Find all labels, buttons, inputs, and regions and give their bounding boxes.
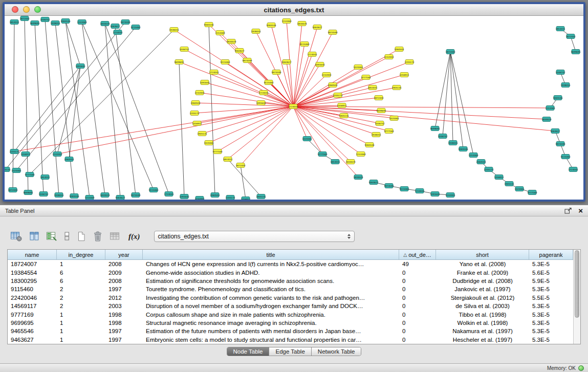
graph-node[interactable]: 2242004 bbox=[322, 73, 332, 77]
minimize-window-button[interactable] bbox=[23, 6, 30, 13]
graph-edge[interactable] bbox=[214, 72, 293, 106]
column-header-title[interactable]: title bbox=[143, 250, 399, 259]
graph-node[interactable]: 9777169 bbox=[384, 129, 394, 134]
tab-node-table[interactable]: Node Table bbox=[227, 347, 270, 356]
graph-node[interactable]: 1830029 bbox=[297, 21, 307, 26]
graph-node[interactable]: 1046742 bbox=[375, 121, 385, 126]
graph-node[interactable]: 9465546 bbox=[61, 19, 71, 24]
graph-edge[interactable] bbox=[241, 106, 293, 165]
import-table-icon[interactable] bbox=[110, 231, 121, 242]
graph-edge[interactable] bbox=[13, 22, 14, 190]
graph-node[interactable]: 2205174 bbox=[484, 167, 494, 172]
graph-node[interactable]: 9463627 bbox=[551, 129, 560, 134]
graph-edge[interactable] bbox=[293, 98, 379, 106]
graph-node[interactable]: 2060504 bbox=[328, 83, 338, 87]
graph-node[interactable]: 1091640 bbox=[315, 62, 325, 67]
graph-edge[interactable] bbox=[435, 52, 450, 128]
graph-edge[interactable] bbox=[293, 62, 409, 106]
graph-node[interactable]: 1153469 bbox=[85, 195, 95, 200]
graph-node[interactable]: 1046742 bbox=[39, 192, 49, 196]
graph-node[interactable]: 2205174 bbox=[226, 195, 235, 200]
graph-edge[interactable] bbox=[179, 62, 293, 106]
graph-edge[interactable] bbox=[241, 165, 246, 199]
graph-edge[interactable] bbox=[57, 66, 80, 154]
graph-node[interactable]: 1724045 bbox=[308, 52, 317, 57]
graph-node[interactable]: 1853031 bbox=[331, 160, 340, 164]
graph-node[interactable]: 9463627 bbox=[235, 49, 245, 53]
graph-node[interactable]: 9465546 bbox=[70, 194, 79, 199]
graph-node[interactable]: 9699695 bbox=[175, 60, 184, 64]
graph-node[interactable]: 2205174 bbox=[333, 93, 343, 98]
graph-node[interactable]: 1456911 bbox=[494, 175, 504, 180]
graph-node[interactable]: 1872400 bbox=[566, 34, 576, 39]
graph-node[interactable]: 2060504 bbox=[191, 101, 201, 105]
graph-node[interactable]: 1456911 bbox=[21, 152, 31, 157]
graph-node[interactable]: 1905135 bbox=[392, 85, 402, 90]
graph-edge[interactable] bbox=[57, 106, 293, 154]
graph-node[interactable]: 1456911 bbox=[192, 121, 202, 126]
graph-node[interactable]: 1153469 bbox=[469, 153, 478, 158]
graph-node[interactable]: 1153469 bbox=[546, 106, 555, 111]
graph-edge[interactable] bbox=[293, 27, 317, 106]
graph-node[interactable]: 9974599 bbox=[556, 142, 565, 146]
network-graph[interactable]: 1724045193845594655461153469183002994636… bbox=[5, 16, 583, 200]
graph-node[interactable]: 1046742 bbox=[438, 134, 448, 139]
graph-node[interactable]: 9777169 bbox=[528, 190, 537, 195]
graph-edge[interactable] bbox=[293, 106, 555, 131]
graph-node[interactable]: 1938455 bbox=[561, 83, 571, 87]
graph-node[interactable]: 1830029 bbox=[354, 175, 363, 180]
graph-node[interactable]: 1872400 bbox=[374, 96, 384, 100]
graph-node[interactable]: 1872400 bbox=[20, 16, 30, 21]
graph-node[interactable]: 9463627 bbox=[369, 180, 379, 185]
graph-edge[interactable] bbox=[16, 27, 136, 170]
column-header-pagerank[interactable]: pagerank bbox=[529, 250, 573, 259]
graph-node[interactable]: 1046742 bbox=[556, 70, 565, 75]
graph-node[interactable]: 1938455 bbox=[169, 28, 179, 32]
graph-edge[interactable] bbox=[228, 106, 293, 159]
close-window-button[interactable] bbox=[12, 6, 18, 13]
graph-node[interactable]: 1724045 bbox=[209, 70, 219, 75]
graph-node[interactable]: 1153469 bbox=[356, 152, 366, 157]
graph-node[interactable]: 1830029 bbox=[542, 117, 552, 122]
graph-node[interactable]: 1020465 bbox=[12, 168, 21, 173]
graph-node[interactable]: 2242004 bbox=[53, 152, 62, 157]
graph-node[interactable]: 1020465 bbox=[354, 65, 363, 70]
graph-node[interactable]: 1853031 bbox=[10, 20, 19, 25]
graph-node[interactable]: 9463627 bbox=[116, 195, 125, 200]
graph-node[interactable]: 9974599 bbox=[328, 30, 338, 35]
graph-node[interactable]: 9974599 bbox=[121, 20, 130, 25]
graph-edge[interactable] bbox=[25, 18, 28, 192]
graph-edge[interactable] bbox=[293, 32, 333, 106]
graph-node[interactable]: 1905135 bbox=[5, 167, 11, 172]
graph-edge[interactable] bbox=[450, 52, 453, 143]
graph-node[interactable]: 1830029 bbox=[100, 193, 110, 198]
graph-node[interactable]: 1830029 bbox=[227, 39, 236, 44]
graph-node[interactable]: 9115460 bbox=[561, 155, 571, 159]
graph-node[interactable]: 1456911 bbox=[337, 103, 347, 108]
graph-node[interactable]: 1872400 bbox=[8, 188, 18, 192]
graph-edge[interactable] bbox=[209, 106, 293, 143]
graph-node[interactable]: 1091640 bbox=[180, 194, 189, 199]
graph-node[interactable]: 9465546 bbox=[459, 147, 468, 151]
table-source-dropdown[interactable]: citations_edges.txt bbox=[154, 231, 355, 242]
graph-node[interactable]: 9974599 bbox=[384, 184, 394, 188]
graph-node[interactable]: 1153469 bbox=[282, 19, 292, 24]
graph-node[interactable]: 9777169 bbox=[318, 152, 328, 157]
graph-edge[interactable] bbox=[45, 19, 59, 195]
graph-node[interactable]: 1872400 bbox=[236, 163, 246, 168]
graph-node[interactable]: 1456911 bbox=[241, 197, 251, 200]
graph-node[interactable]: 9699695 bbox=[377, 108, 386, 113]
graph-node[interactable]: 1853031 bbox=[40, 175, 50, 180]
graph-node[interactable]: 1020465 bbox=[515, 187, 525, 191]
graph-edge[interactable] bbox=[194, 106, 293, 113]
graph-edge[interactable] bbox=[293, 106, 547, 119]
graph-node[interactable]: 1724045 bbox=[415, 189, 425, 193]
graph-node[interactable]: 9699695 bbox=[571, 50, 581, 54]
graph-node[interactable]: 1938455 bbox=[372, 133, 381, 137]
graph-node[interactable]: 1456911 bbox=[400, 73, 409, 77]
graph-node[interactable]: 9115460 bbox=[264, 80, 274, 85]
graph-node[interactable]: 2242004 bbox=[384, 55, 394, 59]
table-row[interactable]: 946554611997Estimation of the future num… bbox=[8, 327, 573, 335]
graph-node[interactable]: 9115460 bbox=[300, 42, 310, 47]
column-header-out_degree[interactable]: △out_de… bbox=[399, 250, 436, 259]
